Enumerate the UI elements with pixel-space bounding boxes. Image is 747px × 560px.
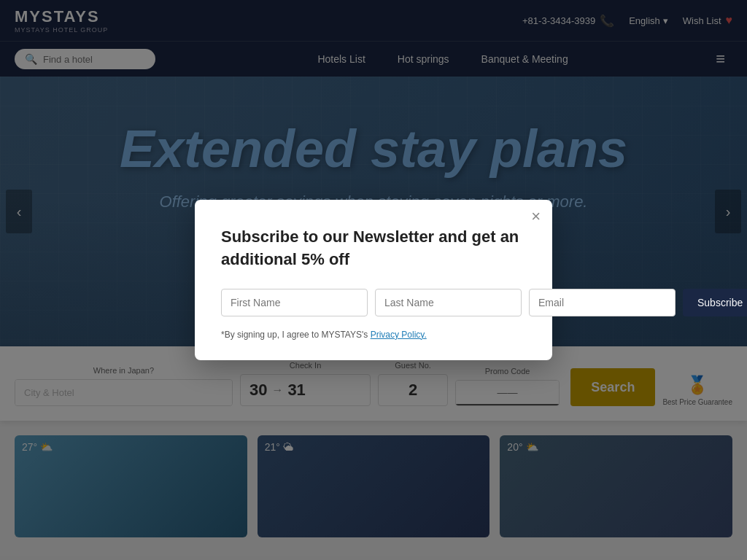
modal-title-line1: Subscribe to our Newsletter and get an	[221, 226, 526, 249]
privacy-policy-link[interactable]: Privacy Policy.	[371, 330, 427, 340]
email-input[interactable]	[529, 289, 676, 316]
modal-form: Subscribe	[221, 289, 526, 316]
modal-title: Subscribe to our Newsletter and get an a…	[221, 226, 526, 271]
modal-close-button[interactable]: ×	[531, 209, 541, 225]
last-name-input[interactable]	[375, 289, 522, 316]
modal-overlay: × Subscribe to our Newsletter and get an…	[0, 0, 747, 537]
modal-title-line2: additional 5% off	[221, 249, 526, 271]
first-name-input[interactable]	[221, 289, 368, 316]
newsletter-modal: × Subscribe to our Newsletter and get an…	[195, 200, 552, 360]
subscribe-button[interactable]: Subscribe	[683, 289, 747, 316]
disclaimer-text: *By signing up, I agree to MYSTAYS's	[221, 330, 368, 340]
modal-disclaimer: *By signing up, I agree to MYSTAYS's Pri…	[221, 330, 526, 340]
